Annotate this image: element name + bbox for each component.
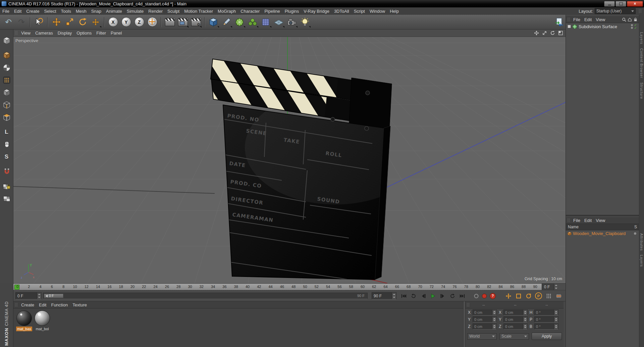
lock-x-button[interactable]: X: [107, 16, 119, 28]
menubar-item-render[interactable]: Render: [146, 7, 165, 15]
make-editable-button[interactable]: [1, 35, 12, 46]
render-view-button[interactable]: [163, 16, 176, 28]
end-frame-field[interactable]: 90 F: [372, 292, 396, 299]
object-manager-menu-file[interactable]: File: [571, 16, 582, 23]
draw-spline-button[interactable]: [220, 16, 233, 28]
menubar-item-motion-tracker[interactable]: Motion Tracker: [182, 7, 215, 15]
layout-select[interactable]: Startup (User): [595, 8, 636, 14]
scrub-handle[interactable]: 0 F: [44, 294, 63, 298]
expand-icon[interactable]: [568, 25, 571, 28]
key-rotation-button[interactable]: [524, 291, 533, 300]
menubar-item-animate[interactable]: Animate: [104, 7, 124, 15]
menubar-item-sculpt[interactable]: Sculpt: [165, 7, 182, 15]
close-button[interactable]: ×: [627, 1, 643, 7]
viewport-menu-options[interactable]: Options: [74, 30, 94, 37]
snap-toggle-button[interactable]: [1, 166, 12, 177]
menubar-item-script[interactable]: Script: [352, 7, 367, 15]
search-icon[interactable]: [622, 17, 626, 22]
spinner[interactable]: [554, 310, 558, 315]
visibility-dots-icon[interactable]: [631, 24, 633, 29]
viewport-menu-display[interactable]: Display: [55, 30, 74, 37]
menubar-item-file[interactable]: File: [0, 7, 12, 15]
layer-browser-menu-view[interactable]: View: [594, 217, 607, 224]
spinner[interactable]: [492, 310, 496, 315]
axis-modification-button[interactable]: L: [1, 126, 12, 138]
menubar-item-v-ray-bridge[interactable]: V-Ray Bridge: [301, 7, 332, 15]
coord-input[interactable]: 0 cm: [473, 316, 497, 323]
spinner[interactable]: [554, 284, 566, 290]
play-button[interactable]: [428, 291, 437, 300]
timeline-scrubber[interactable]: 0 F 90 F: [43, 293, 368, 299]
viewport-canvas[interactable]: PROD. NO SCENE TAKE ROLL DATE PROD. CO D…: [13, 37, 566, 283]
object-mode-button[interactable]: [1, 87, 12, 98]
coord-input[interactable]: 0 °: [534, 316, 558, 323]
transform-mode-select[interactable]: Scale: [499, 333, 529, 340]
redo-button[interactable]: ↷: [15, 16, 28, 28]
object-manager-menu-edit[interactable]: Edit: [582, 16, 594, 23]
material-preview[interactable]: [16, 310, 32, 326]
key-parameter-button[interactable]: P: [534, 291, 543, 300]
menubar-item-tools[interactable]: Tools: [59, 7, 73, 15]
coord-input[interactable]: 0 °: [534, 309, 558, 315]
viewport-menu-filter[interactable]: Filter: [94, 30, 108, 37]
workplane-lock-button[interactable]: [1, 181, 12, 192]
coord-input[interactable]: 0 cm: [503, 309, 528, 315]
panel-handle[interactable]: [567, 17, 570, 22]
material-mat_bas[interactable]: mat_bas: [16, 310, 32, 331]
spinner[interactable]: [492, 324, 496, 329]
camera-label[interactable]: Perspective: [15, 38, 38, 43]
menubar-item-3dtoall[interactable]: 3DToAll: [332, 7, 352, 15]
clapboard-model[interactable]: PROD. NO SCENE TAKE ROLL DATE PROD. CO D…: [211, 59, 426, 282]
add-deformer-button[interactable]: [259, 16, 272, 28]
minimize-button[interactable]: [604, 1, 615, 7]
play-backwards-button[interactable]: [409, 291, 418, 300]
planar-workplane-button[interactable]: [1, 193, 12, 205]
loop-button[interactable]: [448, 291, 457, 300]
render-picture-viewer-button[interactable]: [176, 16, 189, 28]
menubar-item-help[interactable]: Help: [387, 7, 401, 15]
keyframe-ring-button[interactable]: [474, 293, 479, 299]
menubar-item-pipeline[interactable]: Pipeline: [262, 7, 282, 15]
menubar-item-mograph[interactable]: MoGraph: [215, 7, 238, 15]
panel-handle[interactable]: [15, 31, 17, 35]
dock-tab-structure[interactable]: Structure: [640, 82, 643, 99]
undo-button[interactable]: ↶: [2, 16, 15, 28]
enabled-check-icon[interactable]: ✓✓: [634, 23, 637, 30]
spinner[interactable]: [523, 324, 527, 329]
material-menu-create[interactable]: Create: [19, 301, 37, 308]
key-pla-button[interactable]: [544, 291, 553, 300]
apply-button[interactable]: Apply: [532, 333, 562, 340]
ruler-frame-box[interactable]: 0 F: [542, 284, 566, 290]
spinner[interactable]: [523, 317, 527, 322]
coord-input[interactable]: 0 cm: [473, 309, 497, 315]
viewport-menu-view[interactable]: View: [19, 30, 33, 37]
lock-z-button[interactable]: Z: [133, 16, 146, 28]
recent-tool-button[interactable]: [89, 16, 102, 28]
coord-input[interactable]: 0 cm: [503, 316, 528, 323]
timeline-ruler[interactable]: 0246810121416182022242628303234363840424…: [13, 283, 566, 290]
viewport-menu-panel[interactable]: Panel: [108, 30, 124, 37]
open-timeline-button[interactable]: [554, 291, 563, 300]
menubar-item-plugins[interactable]: Plugins: [282, 7, 302, 15]
lock-icon[interactable]: [633, 17, 638, 22]
add-generator-button[interactable]: [233, 16, 246, 28]
panel-handle[interactable]: [467, 303, 469, 307]
add-camera-button[interactable]: [285, 16, 298, 28]
record-button[interactable]: [482, 293, 487, 299]
coord-input[interactable]: 0 °: [534, 324, 558, 330]
add-light-button[interactable]: [299, 16, 311, 28]
menubar-item-snap[interactable]: Snap: [89, 7, 104, 15]
panel-handle[interactable]: [15, 303, 17, 307]
current-frame-field[interactable]: 0 F: [15, 292, 42, 299]
menubar-item-edit[interactable]: Edit: [12, 7, 24, 15]
spinner[interactable]: [523, 310, 527, 315]
material-preview[interactable]: [35, 310, 50, 326]
dock-tab-layers[interactable]: Layers: [640, 32, 643, 44]
key-scale-button[interactable]: [514, 291, 523, 300]
goto-end-button[interactable]: [458, 291, 467, 300]
coordinate-system-button[interactable]: [146, 16, 159, 28]
pan-view-button[interactable]: [533, 30, 539, 36]
menubar-item-create[interactable]: Create: [24, 7, 42, 15]
move-button[interactable]: [50, 16, 63, 28]
material-mat_bol[interactable]: mat_bol: [34, 310, 50, 331]
